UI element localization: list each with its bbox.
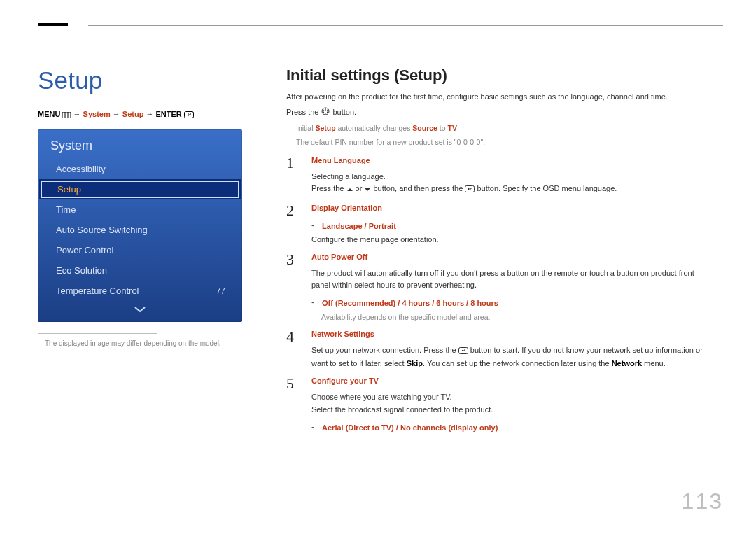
step-2: 2Display Orientation- Landscape / Portra… — [286, 202, 708, 246]
step-title: Configure your TV — [312, 375, 708, 387]
menu-list: AccessibilitySetupTimeAuto Source Switch… — [38, 159, 242, 301]
manual-page: Setup MENU → System → Setup → ENTER Syst… — [0, 0, 756, 534]
step-number: 2 — [286, 202, 299, 246]
crumb-menu: MENU — [38, 110, 60, 118]
menu-item-time[interactable]: Time — [38, 199, 242, 220]
press-power-line: Press the button. — [286, 107, 708, 119]
step-body: Display Orientation- Landscape / Portrai… — [312, 202, 708, 246]
left-column: Setup MENU → System → Setup → ENTER Syst… — [38, 66, 248, 441]
step-number: 3 — [286, 251, 299, 323]
menu-item-label: Auto Source Switching — [56, 225, 148, 235]
step-line: Set up your network connection. Press th… — [312, 344, 708, 370]
step-line: Choose where you are watching your TV. — [312, 391, 708, 403]
chevron-down-icon — [134, 304, 146, 316]
note-pin-text: The default PIN number for a new product… — [296, 138, 485, 146]
menu-item-label: Power Control — [56, 245, 113, 255]
menu-item-accessibility[interactable]: Accessibility — [38, 159, 242, 179]
step-1: 1Menu LanguageSelecting a language.Press… — [286, 155, 708, 196]
enter-icon — [184, 111, 194, 120]
arrow-up-icon — [346, 184, 354, 196]
step-afternote: ―Availability depends on the specific mo… — [312, 311, 708, 323]
crumb-enter: ENTER — [156, 110, 182, 118]
step-line: Configure the menu page orientation. — [312, 234, 708, 246]
menu-item-label: Eco Solution — [56, 265, 107, 276]
step-3: 3Auto Power OffThe product will automati… — [286, 251, 708, 323]
step-number: 5 — [286, 375, 299, 435]
step-title: Network Settings — [312, 328, 708, 340]
crumb-arrow-3: → — [146, 110, 153, 118]
system-menu-panel: System AccessibilitySetupTimeAuto Source… — [38, 129, 242, 322]
enter-icon — [465, 184, 475, 196]
press-prefix: Press the — [286, 107, 318, 118]
content-title: Initial settings (Setup) — [286, 66, 708, 85]
crumb-arrow-1: → — [74, 110, 81, 118]
note-default-pin: ―The default PIN number for a new produc… — [286, 137, 708, 148]
crumb-system: System — [83, 110, 111, 118]
step-body: Auto Power OffThe product will automatic… — [312, 251, 708, 323]
menu-item-label: Temperature Control — [56, 286, 139, 296]
note-initial-setup: ―Initial Setup automatically changes Sou… — [286, 123, 708, 134]
breadcrumb: MENU → System → Setup → ENTER — [38, 110, 248, 120]
step-press-line: Press the or button, and then press the … — [312, 183, 708, 196]
section-title: Setup — [38, 66, 248, 94]
step-options: - Landscape / Portrait — [312, 218, 708, 232]
step-title: Display Orientation — [312, 202, 708, 214]
page-number: 113 — [682, 489, 723, 514]
menu-item-setup[interactable]: Setup — [39, 179, 241, 199]
step-list: 1Menu LanguageSelecting a language.Press… — [286, 155, 708, 435]
press-suffix: button. — [332, 107, 356, 118]
left-divider — [38, 333, 157, 334]
menu-panel-header: System — [38, 136, 242, 159]
step-title: Auto Power Off — [312, 251, 708, 263]
right-column: Initial settings (Setup) After powering … — [286, 66, 714, 441]
crumb-arrow-2: → — [113, 110, 120, 118]
step-line: Select the broadcast signal connected to… — [312, 404, 708, 416]
step-body: Network SettingsSet up your network conn… — [312, 328, 708, 370]
power-icon — [321, 107, 330, 119]
model-disclaimer: ―The displayed image may differ dependin… — [38, 339, 248, 347]
menu-item-auto-source-switching[interactable]: Auto Source Switching — [38, 220, 242, 240]
step-options: - Off (Recommended) / 4 hours / 6 hours … — [312, 295, 708, 309]
step-body: Menu LanguageSelecting a language.Press … — [312, 155, 708, 196]
step-line: Selecting a language. — [312, 171, 708, 183]
step-line: The product will automatically turn off … — [312, 267, 708, 291]
menu-scroll-down[interactable] — [38, 301, 242, 318]
step-options: - Aerial (Direct to TV) / No channels (d… — [312, 420, 708, 434]
step-5: 5Configure your TVChoose where you are w… — [286, 375, 708, 435]
menu-item-power-control[interactable]: Power Control — [38, 240, 242, 260]
step-4: 4Network SettingsSet up your network con… — [286, 328, 708, 370]
step-title: Menu Language — [312, 155, 708, 167]
intro-text: After powering on the product for the fi… — [286, 92, 708, 103]
step-body: Configure your TVChoose where you are wa… — [312, 375, 708, 435]
menu-item-label: Setup — [57, 184, 81, 195]
top-rule — [88, 25, 723, 26]
menu-item-eco-solution[interactable]: Eco Solution — [38, 260, 242, 281]
menu-item-temperature-control[interactable]: Temperature Control77 — [38, 281, 242, 301]
menu-grid-icon — [62, 112, 71, 120]
step-number: 1 — [286, 155, 299, 196]
enter-icon — [458, 346, 468, 358]
menu-item-value: 77 — [216, 286, 230, 296]
menu-item-label: Accessibility — [56, 164, 106, 174]
menu-item-label: Time — [56, 204, 76, 215]
step-number: 4 — [286, 328, 299, 370]
crumb-setup: Setup — [122, 110, 144, 118]
disclaimer-text: The displayed image may differ depending… — [45, 339, 221, 347]
arrow-down-icon — [364, 184, 371, 196]
corner-mark — [38, 23, 68, 26]
